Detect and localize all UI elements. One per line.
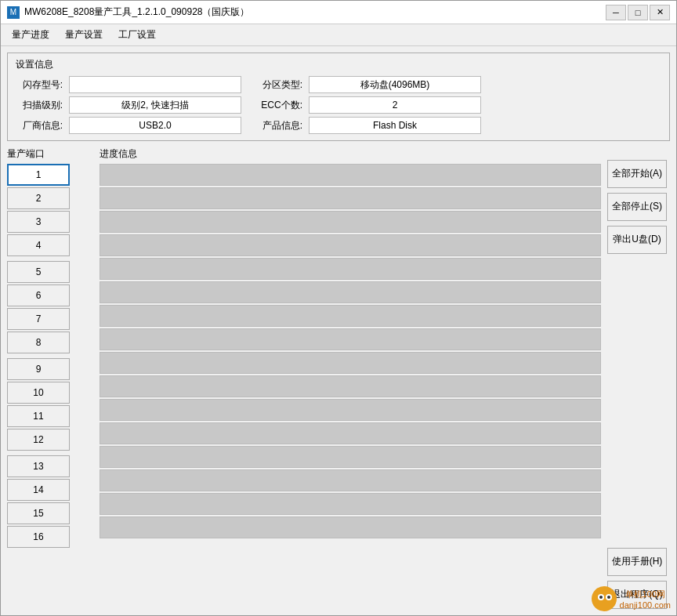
ports-title: 量产端口	[7, 147, 93, 161]
partition-type-label: 分区类型:	[248, 78, 302, 92]
watermark-site: 单机100网	[625, 589, 665, 600]
port-button-5[interactable]: 5	[7, 261, 70, 283]
vendor-info-label: 厂商信息:	[16, 119, 63, 132]
main-content: 设置信息 闪存型号: 分区类型: 扫描级别: ECC个数:	[1, 46, 676, 615]
window-title: MW6208E_8208量产工具_1.2.1.0_090928（国庆版）	[24, 5, 606, 19]
svg-point-3	[599, 596, 603, 599]
progress-row-1	[100, 164, 601, 186]
main-area: 量产端口 1 2 3 4 5 6 7 8	[7, 147, 670, 609]
progress-row-16	[100, 516, 601, 538]
menu-bar: 量产进度 量产设置 工厂设置	[1, 24, 676, 46]
watermark-logo	[592, 586, 617, 611]
port-button-9[interactable]: 9	[7, 358, 70, 380]
progress-rows	[100, 164, 601, 609]
settings-rows: 闪存型号: 分区类型: 扫描级别: ECC个数: 厂商信息: 产品信息:	[16, 76, 661, 134]
progress-panel: 进度信息	[100, 147, 601, 609]
progress-row-12	[100, 422, 601, 444]
port-button-15[interactable]: 15	[7, 502, 70, 524]
eject-usb-button[interactable]: 弹出U盘(D)	[607, 226, 667, 254]
port-button-1[interactable]: 1	[7, 164, 70, 186]
ecc-count-label: ECC个数:	[248, 99, 302, 112]
port-button-14[interactable]: 14	[7, 479, 70, 501]
port-button-16[interactable]: 16	[7, 526, 70, 548]
product-info-input[interactable]	[309, 117, 481, 134]
port-button-7[interactable]: 7	[7, 308, 70, 330]
menu-factory-settings[interactable]: 工厂设置	[110, 25, 164, 45]
watermark: 单机100网 danji100.com	[592, 586, 671, 611]
progress-row-2	[100, 187, 601, 209]
maximize-button[interactable]: □	[628, 5, 648, 20]
window-controls: ─ □ ✕	[606, 5, 670, 20]
flash-type-input[interactable]	[69, 76, 241, 93]
port-group-3: 9 10 11 12	[7, 358, 93, 451]
progress-row-7	[100, 305, 601, 327]
progress-row-14	[100, 469, 601, 491]
progress-row-6	[100, 281, 601, 303]
menu-mass-production-progress[interactable]: 量产进度	[4, 25, 57, 45]
port-button-12[interactable]: 12	[7, 429, 70, 451]
stop-all-button[interactable]: 全部停止(S)	[607, 193, 667, 221]
progress-row-10	[100, 375, 601, 397]
port-button-2[interactable]: 2	[7, 187, 70, 209]
product-info-label: 产品信息:	[248, 119, 302, 132]
port-button-10[interactable]: 10	[7, 382, 70, 404]
port-group-1: 1 2 3 4	[7, 164, 93, 256]
ecc-count-input[interactable]	[309, 96, 481, 114]
port-button-4[interactable]: 4	[7, 234, 70, 256]
settings-group-title: 设置信息	[16, 58, 661, 71]
port-button-3[interactable]: 3	[7, 211, 70, 233]
progress-title: 进度信息	[100, 147, 601, 161]
ports-grid: 1 2 3 4 5 6 7 8 9 10	[7, 164, 93, 551]
svg-point-0	[592, 587, 616, 611]
menu-mass-production-settings[interactable]: 量产设置	[57, 25, 110, 45]
port-group-4: 13 14 15 16	[7, 455, 93, 548]
progress-row-9	[100, 352, 601, 374]
ports-panel: 量产端口 1 2 3 4 5 6 7 8	[7, 147, 93, 609]
progress-row-15	[100, 493, 601, 515]
port-group-2: 5 6 7 8	[7, 261, 93, 353]
scan-level-label: 扫描级别:	[16, 99, 63, 112]
port-button-13[interactable]: 13	[7, 455, 70, 477]
port-button-11[interactable]: 11	[7, 405, 70, 427]
scan-level-input[interactable]	[69, 96, 241, 114]
close-button[interactable]: ✕	[650, 5, 670, 20]
action-top: 全部开始(A) 全部停止(S) 弹出U盘(D)	[607, 160, 670, 254]
svg-point-4	[607, 596, 610, 599]
minimize-button[interactable]: ─	[606, 5, 626, 20]
progress-row-4	[100, 234, 601, 256]
settings-group: 设置信息 闪存型号: 分区类型: 扫描级别: ECC个数:	[7, 53, 670, 141]
partition-type-input[interactable]	[309, 76, 481, 93]
start-all-button[interactable]: 全部开始(A)	[607, 160, 667, 188]
progress-row-5	[100, 258, 601, 280]
progress-row-13	[100, 446, 601, 468]
manual-button[interactable]: 使用手册(H)	[607, 548, 667, 576]
watermark-url: danji100.com	[620, 600, 671, 610]
flash-type-label: 闪存型号:	[16, 78, 63, 92]
progress-row-11	[100, 399, 601, 421]
settings-row-3: 厂商信息: 产品信息:	[16, 117, 661, 134]
settings-row-1: 闪存型号: 分区类型:	[16, 76, 661, 93]
settings-row-2: 扫描级别: ECC个数:	[16, 96, 661, 114]
progress-row-8	[100, 328, 601, 350]
port-button-6[interactable]: 6	[7, 284, 70, 306]
vendor-info-input[interactable]	[69, 117, 241, 134]
title-bar: M MW6208E_8208量产工具_1.2.1.0_090928（国庆版） ─…	[1, 1, 676, 24]
app-icon: M	[7, 6, 20, 19]
action-panel: 全部开始(A) 全部停止(S) 弹出U盘(D) 使用手册(H) 退出程序(Q)	[607, 147, 670, 609]
port-button-8[interactable]: 8	[7, 332, 70, 353]
progress-row-3	[100, 211, 601, 233]
